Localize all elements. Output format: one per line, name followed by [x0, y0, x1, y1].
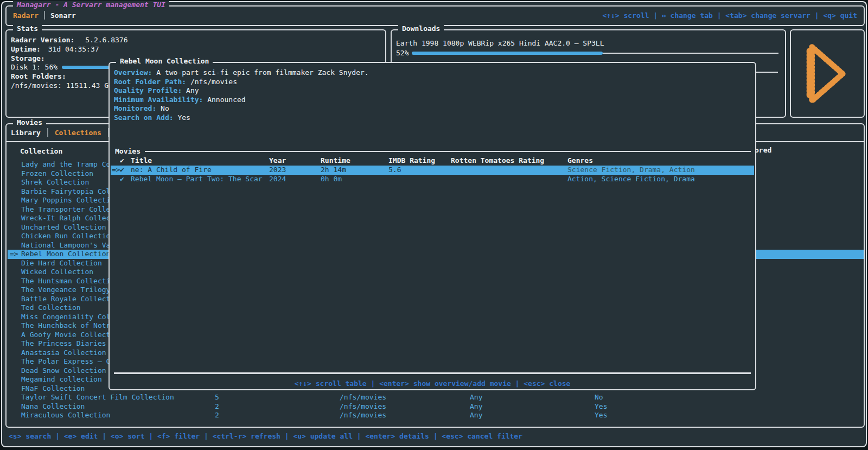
tab-radarr[interactable]: Radarr	[13, 11, 39, 20]
collection-row[interactable]: Miraculous Collection2/nfs/moviesAnyYes	[8, 411, 864, 420]
modal-table-header-cell: ✔	[120, 156, 124, 164]
logo-panel	[790, 29, 865, 118]
servarr-tabs: Radarr Sonarr	[13, 11, 76, 20]
modal-movie-row[interactable]: =>✔ne: A Child of Fire20232h 14m5.6Scien…	[111, 166, 754, 175]
collection-field: Monitored: No	[114, 104, 369, 113]
collection-column-header: Collection	[20, 147, 62, 155]
collection-field: Overview: A two-part sci-fi epic from fi…	[114, 68, 369, 78]
modal-table-header-cell: Year	[269, 156, 286, 164]
modal-table-header-cell: Title	[131, 156, 152, 164]
collection-field: Search on Add: Yes	[114, 113, 369, 123]
collection-field: Root Folder Path: /nfs/movies	[114, 78, 369, 87]
app-window: Managarr - A Servarr management TUI Rada…	[1, 1, 867, 447]
download-progress: 52%	[396, 49, 778, 57]
uptime: Uptime: 31d 04:35:37	[11, 45, 99, 53]
modal-movie-row[interactable]: ✔Rebel Moon – Part Two: The Scar20240h 0…	[111, 175, 754, 184]
tab-collections[interactable]: Collections	[55, 129, 101, 137]
modal-movies-table-rows: =>✔ne: A Child of Fire20232h 14m5.6Scien…	[111, 166, 754, 183]
top-bar: Managarr - A Servarr management TUI Rada…	[5, 5, 865, 26]
collection-details-modal: Rebel Moon Collection Overview: A two-pa…	[108, 62, 756, 390]
modal-table-bottom-border	[114, 372, 751, 374]
root-folders-label: Root Folders:	[11, 72, 66, 80]
modal-movies-table-title: Movies	[115, 147, 751, 155]
monitored-column-header-fragment: ored	[755, 146, 771, 154]
collection-row[interactable]: Nana Collection2/nfs/moviesAnyYes	[8, 402, 864, 411]
storage-label: Storage:	[11, 54, 45, 62]
stats-panel-title: Stats	[13, 24, 42, 33]
collection-fields: Overview: A two-part sci-fi epic from fi…	[114, 68, 369, 122]
bottom-keybindings: <s> search | <e> edit | <o> sort | <f> f…	[9, 432, 522, 440]
download-progress-bar	[412, 49, 778, 57]
download-item-name: Earth 1998 1080p WEBRip x265 Hindi AAC2.…	[396, 39, 604, 47]
downloads-panel-title: Downloads	[398, 24, 444, 33]
collection-row[interactable]: Taylor Swift Concert Film Collection5/nf…	[8, 393, 864, 402]
app-title: Managarr - A Servarr management TUI	[13, 1, 169, 9]
modal-table-header-cell: Genres	[567, 156, 593, 164]
tab-library[interactable]: Library	[11, 129, 41, 137]
top-keybindings: <↑↓> scroll | ↔ change tab | <tab> chang…	[602, 11, 857, 20]
download-percent: 52%	[396, 49, 409, 57]
modal-table-header-cell: IMDB Rating	[388, 156, 435, 164]
collection-field: Quality Profile: Any	[114, 86, 369, 96]
tab-separator	[44, 11, 45, 20]
collection-field: Minimum Availability: Announced	[114, 96, 369, 105]
tab-sonarr[interactable]: Sonarr	[50, 11, 76, 20]
radarr-version: Radarr Version: 5.2.6.8376	[11, 36, 128, 44]
movies-panel-title: Movies	[13, 118, 46, 126]
root-folder-value: /nfs/movies: 11511.43 GB	[11, 81, 113, 90]
radarr-logo-icon	[795, 36, 859, 111]
modal-keybindings: <↑↓> scroll table | <enter> show overvie…	[110, 379, 755, 388]
modal-table-header-cell: Rotten Tomatoes Rating	[451, 156, 544, 164]
modal-movies-table-header: ✔TitleYearRuntimeIMDB RatingRotten Tomat…	[110, 156, 755, 166]
modal-title: Rebel Moon Collection	[116, 57, 213, 65]
tab-separator	[47, 128, 48, 137]
modal-table-header-cell: Runtime	[321, 156, 350, 164]
